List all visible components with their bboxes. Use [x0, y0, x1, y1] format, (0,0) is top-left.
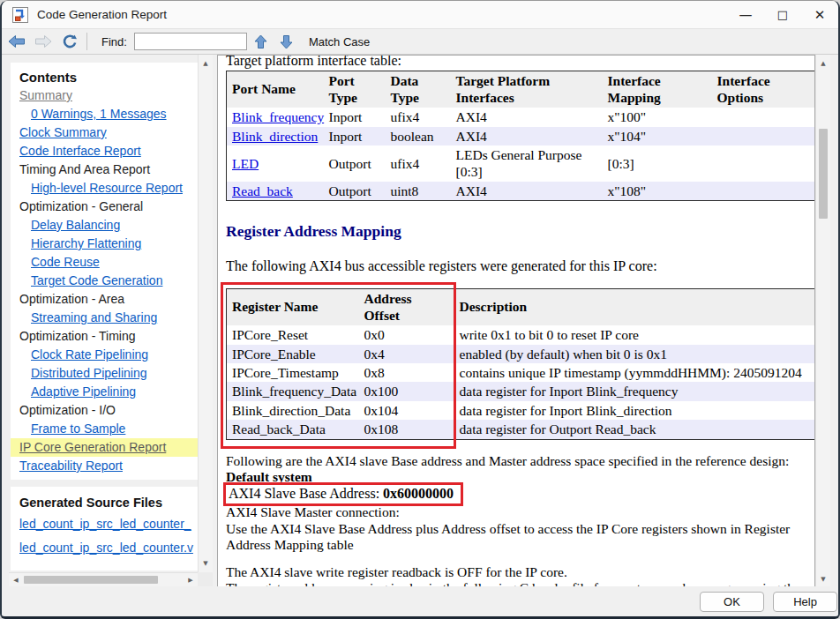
match-case-toggle[interactable]: Match Case	[309, 35, 370, 48]
generated-file-link[interactable]: led_count_ip_src_led_counter_	[19, 512, 189, 536]
table-row: Blink_frequency Inport ufix4 AXI4 x"100"	[227, 108, 816, 126]
footer-bar: OK Help	[2, 586, 838, 616]
sidebar-item-frame-to-sample[interactable]: Frame to Sample	[19, 420, 189, 438]
cell-data-type: ufix4	[386, 108, 451, 126]
scroll-up-icon[interactable]: ▲	[199, 56, 213, 71]
cell-port-type: Outport	[324, 145, 386, 182]
find-next-icon[interactable]	[275, 33, 298, 50]
scroll-up-icon[interactable]: ▲	[816, 56, 830, 71]
column-header: Interface Options	[712, 71, 816, 108]
sidebar-item-optimization-timing: Optimization - Timing	[19, 327, 189, 346]
scroll-down-icon[interactable]: ▼	[199, 556, 213, 571]
sidebar-item-optimization-io: Optimization - I/O	[19, 401, 189, 420]
maximize-button[interactable]: □	[764, 2, 801, 28]
register-address-mapping-heading: Register Address Mapping	[226, 222, 806, 241]
cell-options	[712, 145, 816, 182]
base-address-label: AXI4 Slave Base Address:	[229, 486, 383, 501]
cell-description: data register for Inport Blink_direction	[454, 401, 816, 420]
report-content-panel: Target platform interface table: Port Na…	[217, 55, 815, 588]
cell-data-type: uint8	[386, 182, 451, 201]
table-row: Blink_frequency_Data 0x100 data register…	[227, 382, 816, 400]
sidebar-item-high-level-resource[interactable]: High-level Resource Report	[19, 179, 189, 198]
body-area: Contents Summary 0 Warnings, 1 Messages …	[2, 55, 838, 586]
horizontal-scroll-thumb[interactable]	[24, 576, 158, 584]
sidebar-item-distributed-pipelining[interactable]: Distributed Pipelining	[19, 364, 189, 383]
contents-heading: Contents	[19, 68, 189, 86]
cell-mapping: x"108"	[603, 182, 712, 201]
master-connection-text: AXI4 Slave Master connection:	[226, 504, 806, 521]
contents-panel: Contents Summary 0 Warnings, 1 Messages …	[11, 63, 198, 480]
base-address-annotation-box: AXI4 Slave Base Address: 0x60000000	[223, 482, 463, 506]
target-platform-interface-table: Port Name Port Type Data Type Target Pla…	[226, 71, 815, 201]
cell-mapping: [0:3]	[603, 145, 712, 182]
scroll-right-icon[interactable]: ▶	[184, 573, 198, 586]
cell-mapping: x"100"	[603, 108, 712, 126]
cell-port-type: Outport	[324, 182, 386, 201]
column-header: Interface Mapping	[603, 71, 712, 108]
cell-register-name: Blink_direction_Data	[227, 401, 359, 420]
sidebar-item-traceability-report[interactable]: Traceability Report	[19, 457, 189, 475]
cell-register-name: IPCore_Reset	[227, 325, 359, 344]
cell-address-offset: 0x0	[359, 325, 454, 344]
find-input[interactable]	[134, 33, 247, 50]
cell-description: contains unique IP timestamp (yymmddHHMM…	[454, 363, 816, 382]
base-address-value: 0x60000000	[383, 486, 454, 501]
vertical-scroll-thumb[interactable]	[819, 129, 828, 219]
cell-description: data register for Outport Read_back	[454, 420, 816, 439]
sidebar-item-streaming-and-sharing[interactable]: Streaming and Sharing	[19, 309, 189, 327]
back-icon[interactable]	[5, 33, 28, 50]
port-link[interactable]: Read_back	[232, 183, 293, 198]
cell-interfaces: AXI4	[451, 127, 603, 145]
sidebar-item-summary[interactable]: Summary	[19, 86, 189, 105]
register-table-wrapper: Register Name Address Offset Description…	[226, 287, 815, 439]
cell-address-offset: 0x4	[359, 345, 454, 363]
readback-text: The AXI4 slave write register readback i…	[226, 564, 806, 581]
cell-description: data register for Inport Blink_frequency	[454, 382, 816, 400]
sidebar-item-adaptive-pipelining[interactable]: Adaptive Pipelining	[19, 383, 189, 401]
content-vertical-scrollbar[interactable]: ▲ ▼	[815, 55, 830, 588]
cell-options	[712, 108, 816, 126]
table-row: Blink_direction_Data 0x104 data register…	[227, 401, 816, 420]
sidebar-item-optimization-general: Optimization - General	[19, 198, 189, 216]
generated-source-files-panel: Generated Source Files led_count_ip_src_…	[11, 487, 198, 571]
port-link[interactable]: Blink_direction	[232, 129, 318, 144]
column-header: Port Name	[227, 71, 324, 108]
column-header: Register Name	[227, 289, 359, 326]
ok-button[interactable]: OK	[700, 592, 764, 612]
sidebar-item-hierarchy-flattening[interactable]: Hierarchy Flattening	[19, 235, 189, 253]
app-icon	[12, 7, 28, 23]
cell-data-type: ufix4	[386, 145, 451, 182]
sidebar-item-warnings-messages[interactable]: 0 Warnings, 1 Messages	[19, 105, 189, 123]
reference-design-text: Following are the AXI4 slave Base addres…	[226, 453, 806, 470]
sidebar-item-ip-core-generation-report[interactable]: IP Core Generation Report	[11, 438, 198, 457]
cell-options	[712, 182, 816, 201]
close-button[interactable]: ✕	[801, 2, 838, 28]
sidebar-item-delay-balancing[interactable]: Delay Balancing	[19, 216, 189, 235]
interface-table-caption: Target platform interface table:	[226, 55, 806, 69]
cell-address-offset: 0x108	[359, 420, 454, 439]
scroll-left-icon[interactable]: ◀	[9, 573, 23, 586]
sidebar-item-code-reuse[interactable]: Code Reuse	[19, 253, 189, 272]
sidebar-item-clock-rate-pipelining[interactable]: Clock Rate Pipelining	[19, 346, 189, 364]
cell-description: enabled (by default) when bit 0 is 0x1	[454, 345, 816, 363]
cell-description: write 0x1 to bit 0 to reset IP core	[454, 325, 816, 344]
find-label: Find:	[101, 35, 127, 48]
title-bar: Code Generation Report — □ ✕	[2, 1, 838, 29]
scroll-down-icon[interactable]: ▼	[816, 572, 830, 586]
minimize-button[interactable]: —	[727, 2, 764, 28]
sidebar-vertical-scrollbar[interactable]: ▲ ▼	[198, 55, 213, 572]
cell-register-name: Read_back_Data	[227, 420, 359, 439]
sidebar-item-code-interface-report[interactable]: Code Interface Report	[19, 142, 189, 160]
help-button[interactable]: Help	[773, 592, 837, 612]
generated-file-link[interactable]: led_count_ip_src_led_counter.v	[19, 536, 189, 560]
cell-register-name: IPCore_Timestamp	[227, 363, 359, 382]
port-link[interactable]: Blink_frequency	[232, 109, 324, 124]
cell-interfaces: AXI4	[451, 108, 603, 126]
port-link[interactable]: LED	[232, 156, 259, 171]
table-row: Read_back_Data 0x108 data register for O…	[227, 420, 816, 439]
sidebar-item-clock-summary[interactable]: Clock Summary	[19, 123, 189, 142]
refresh-icon[interactable]	[58, 33, 81, 50]
find-previous-icon[interactable]	[250, 33, 273, 50]
sidebar-horizontal-scrollbar[interactable]: ◀ ▶	[9, 572, 198, 586]
sidebar-item-target-code-generation[interactable]: Target Code Generation	[19, 272, 189, 290]
